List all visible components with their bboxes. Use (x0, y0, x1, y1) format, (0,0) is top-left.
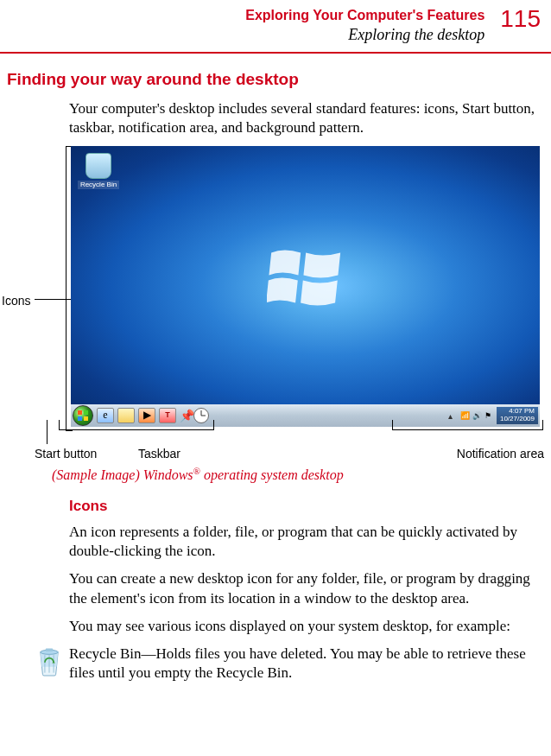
page-content: Finding your way around the desktop Your… (0, 69, 551, 683)
callout-icons-label: Icons (2, 293, 30, 308)
figure: Icons Recycle Bin (35, 146, 544, 460)
tray-volume-icon[interactable]: 🔊 (472, 411, 481, 420)
svg-rect-0 (78, 410, 82, 415)
page-number: 115 (500, 7, 541, 31)
recycle-bin-glyph-icon (35, 645, 64, 683)
icons-p1: An icon represents a folder, file, or pr… (69, 523, 542, 561)
svg-rect-1 (84, 410, 88, 415)
intro-paragraph: Your computer's desktop includes several… (69, 99, 542, 137)
callout-bracket-notification (392, 420, 543, 430)
callout-line-start (47, 420, 48, 444)
callout-notification-label: Notification area (457, 446, 544, 461)
tray-action-icon[interactable]: ⚑ (484, 411, 493, 420)
page-header: Exploring Your Computer's Features Explo… (0, 0, 551, 54)
recycle-bin-list-item: Recycle Bin—Holds files you have deleted… (35, 645, 542, 683)
callout-bracket-taskbar (59, 420, 214, 430)
recycle-bin-icon (86, 153, 111, 179)
recycle-bin-label: Recycle Bin (78, 181, 119, 189)
svg-rect-5 (46, 648, 54, 651)
caption-prefix: (Sample Image) Windows (52, 467, 193, 482)
section-title: Exploring the desktop (245, 25, 484, 45)
subsection-heading: Icons (69, 497, 551, 516)
callout-taskbar-label: Taskbar (138, 446, 180, 461)
section-heading: Finding your way around the desktop (7, 69, 551, 91)
icons-p3: You may see various icons displayed on y… (69, 617, 542, 636)
icons-p2: You can create a new desktop icon for an… (69, 569, 542, 607)
callout-start-button-label: Start button (35, 446, 97, 461)
caption-reg-mark: ® (193, 466, 200, 476)
caption-suffix: operating system desktop (200, 467, 344, 482)
tray-network-icon[interactable]: 📶 (460, 411, 469, 420)
recycle-bin-description: Recycle Bin—Holds files you have deleted… (69, 645, 542, 683)
chapter-title: Exploring Your Computer's Features (245, 7, 484, 25)
desktop-screenshot: Recycle Bin (71, 146, 540, 427)
callout-row: Start button Taskbar Notification area (35, 429, 544, 460)
figure-caption: (Sample Image) Windows® operating system… (52, 465, 551, 485)
desktop-recycle-bin[interactable]: Recycle Bin (78, 153, 119, 189)
windows-logo-icon (267, 246, 345, 316)
